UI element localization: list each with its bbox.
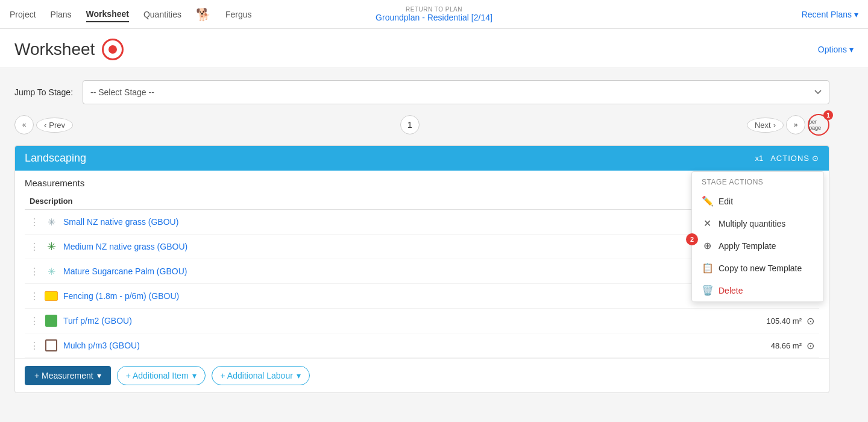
actions-button[interactable]: ACTIONS ⊙: [770, 154, 819, 163]
nav-tabs: Project Plans Worksheet Quantities 🐕 Fer…: [10, 7, 252, 22]
nav-tab-worksheet[interactable]: Worksheet: [86, 7, 129, 22]
edit-icon: ✏️: [702, 195, 712, 207]
chevron-left-icon: ‹: [44, 121, 46, 130]
row-value-4: 105.40 m²: [766, 316, 802, 326]
dropdown-apply-template[interactable]: ⊕ Apply Template 2: [692, 235, 823, 257]
first-page-button[interactable]: «: [14, 115, 34, 134]
add-measurement-button[interactable]: + Measurement ▾: [25, 366, 111, 385]
drag-handle[interactable]: ⋮: [30, 291, 39, 302]
annotation-1-badge: 1: [823, 110, 833, 120]
row-icon-turf: [44, 313, 58, 328]
dropdown-multiply[interactable]: ✕ Multiply quantities: [692, 212, 823, 235]
trash-icon: 🗑️: [702, 285, 712, 296]
per-page-badge: per page 1: [808, 114, 829, 136]
recent-plans-button[interactable]: Recent Plans ▾: [802, 10, 858, 19]
row-value-5: 48.66 m²: [771, 341, 802, 350]
stage-header: Landscaping x1 ACTIONS ⊙ Stage Actions ✏…: [15, 146, 829, 171]
record-inner-dot: [108, 45, 117, 54]
nav-tab-quantities[interactable]: Quantities: [143, 7, 181, 22]
nav-tab-plans[interactable]: Plans: [51, 7, 72, 22]
row-name-3[interactable]: Fencing (1.8m - p/6m) (GBOU): [63, 291, 797, 301]
stage-select[interactable]: -- Select Stage --: [83, 80, 829, 104]
top-nav: Project Plans Worksheet Quantities 🐕 Fer…: [0, 0, 868, 29]
drag-handle[interactable]: ⋮: [30, 340, 39, 351]
stage-header-right: x1 ACTIONS ⊙: [755, 154, 819, 163]
row-name-4[interactable]: Turf p/m2 (GBOU): [63, 316, 761, 326]
main-content: Jump To Stage: -- Select Stage -- « ‹ Pr…: [0, 68, 844, 405]
stage-card: Landscaping x1 ACTIONS ⊙ Stage Actions ✏…: [14, 145, 829, 393]
dropdown-delete[interactable]: 🗑️ Delete: [692, 279, 823, 301]
nav-tab-project[interactable]: Project: [10, 7, 36, 22]
nav-right: Recent Plans ▾: [802, 10, 858, 19]
stage-actions-dropdown: Stage Actions ✏️ Edit ✕ Multiply quantit…: [691, 171, 824, 302]
row-name-2[interactable]: Mature Sugarcane Palm (GBOU): [63, 266, 797, 276]
dropdown-copy-template[interactable]: 📋 Copy to new Template: [692, 257, 823, 279]
chevron-down-icon: ▾: [854, 10, 858, 19]
nav-center: RETURN TO PLAN Groundplan - Residential …: [376, 6, 492, 22]
chevron-down-icon: ▾: [97, 371, 101, 380]
expand-icon-4[interactable]: ⊙: [807, 315, 814, 327]
multiply-icon: ✕: [702, 218, 712, 229]
drag-handle[interactable]: ⋮: [30, 266, 39, 277]
stage-multiplier: x1: [755, 154, 763, 163]
chevron-down-icon: ▾: [192, 371, 197, 380]
add-additional-item-button[interactable]: + Additional Item ▾: [117, 366, 206, 385]
options-button[interactable]: Options ▾: [818, 45, 854, 54]
copy-icon: 📋: [702, 262, 712, 274]
row-name-5[interactable]: Mulch p/m3 (GBOU): [63, 341, 766, 350]
table-row: ⋮ Mulch p/m3 (GBOU) 48.66 m² ⊙: [25, 333, 819, 358]
page-header: Worksheet Options ▾: [0, 29, 868, 68]
next-page-button[interactable]: Next ›: [747, 118, 784, 133]
circle-down-icon: ⊙: [812, 154, 819, 163]
dropdown-header: Stage Actions: [692, 172, 823, 190]
stage-title: Landscaping: [25, 152, 86, 165]
card-footer: + Measurement ▾ + Additional Item ▾ + Ad…: [15, 358, 829, 392]
page-title-area: Worksheet: [14, 39, 124, 60]
row-name-0[interactable]: Small NZ native grass (GBOU): [63, 217, 797, 227]
chevron-down-icon: ▾: [849, 45, 854, 54]
annotation-2-badge: 2: [686, 233, 698, 245]
pagination-left: « ‹ Prev: [14, 115, 73, 134]
description-header: Description: [30, 197, 73, 206]
drag-handle[interactable]: ⋮: [30, 241, 39, 253]
add-additional-labour-button[interactable]: + Additional Labour ▾: [212, 366, 310, 385]
dropdown-edit[interactable]: ✏️ Edit: [692, 190, 823, 212]
chevron-right-icon: ›: [773, 121, 776, 130]
fergus-icon: 🐕: [196, 7, 211, 22]
jump-stage-row: Jump To Stage: -- Select Stage --: [14, 80, 829, 104]
table-row: ⋮ Turf p/m2 (GBOU) 105.40 m² ⊙: [25, 309, 819, 333]
drag-handle[interactable]: ⋮: [30, 315, 39, 327]
record-button[interactable]: [102, 39, 124, 60]
jump-stage-label: Jump To Stage:: [14, 87, 73, 97]
row-icon-light: ✳: [44, 264, 58, 279]
last-page-button[interactable]: »: [786, 115, 805, 134]
apply-template-icon: ⊕: [702, 240, 712, 251]
row-icon-fence: [44, 289, 58, 303]
expand-icon-5[interactable]: ⊙: [807, 340, 814, 351]
current-page-indicator: 1: [400, 115, 420, 134]
row-icon-green: ✳: [44, 239, 58, 254]
drag-handle[interactable]: ⋮: [30, 216, 39, 228]
return-label: RETURN TO PLAN: [376, 6, 492, 13]
plan-link[interactable]: Groundplan - Residential [2/14]: [376, 13, 492, 22]
pagination-row: « ‹ Prev 1 Next › » per page 1: [14, 114, 829, 136]
pagination-right: Next › » per page 1: [747, 114, 829, 136]
row-icon-mulch: [44, 338, 58, 353]
nav-tab-fergus[interactable]: Fergus: [225, 7, 252, 22]
page-title: Worksheet: [14, 40, 95, 59]
chevron-down-icon: ▾: [297, 371, 301, 380]
prev-page-button[interactable]: ‹ Prev: [36, 118, 73, 133]
row-icon-asterisk: ✳: [44, 215, 58, 229]
